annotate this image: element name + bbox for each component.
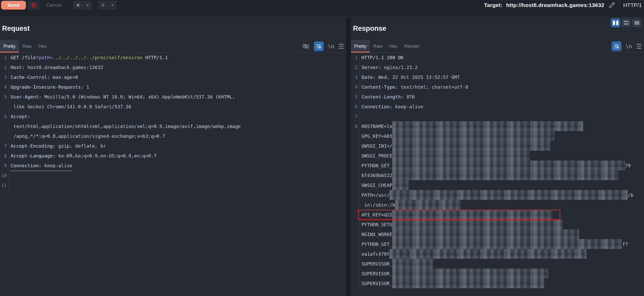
line-number bbox=[351, 180, 360, 190]
line-number: 1 bbox=[0, 53, 9, 63]
request-editor[interactable]: 1GET /file?path=../../../../../proc/self… bbox=[0, 53, 346, 296]
code-line: ea1afc470f bbox=[351, 249, 644, 259]
editor-menu-icon[interactable]: ☰ bbox=[338, 43, 344, 50]
redacted-blur bbox=[392, 239, 622, 249]
line-number: 2 bbox=[351, 63, 360, 72]
code-line: API_KEY=d22 bbox=[351, 210, 644, 220]
code-line: 5User-Agent: Mozilla/5.0 (Windows NT 10.… bbox=[0, 92, 346, 102]
tab-raw[interactable]: Raw bbox=[370, 40, 386, 52]
forward-arrow-button[interactable]: > bbox=[98, 2, 108, 9]
line-number bbox=[351, 171, 360, 180]
line-number: 1 bbox=[351, 53, 360, 63]
redacted-blur bbox=[392, 161, 625, 170]
forward-dropdown-icon[interactable]: ▼ bbox=[108, 4, 117, 7]
code-line: 4Upgrade-Insecure-Requests: 1 bbox=[0, 82, 346, 92]
tab-hex[interactable]: Hex bbox=[35, 40, 50, 52]
response-tabs: PrettyRawHexRender bbox=[351, 40, 423, 52]
layout-toggle-group bbox=[611, 18, 641, 27]
panel-splitter[interactable] bbox=[346, 17, 351, 296]
request-tab-bar: PrettyRawHex bbox=[0, 40, 346, 53]
response-tab-bar: PrettyRawHexRender \n ☰ bbox=[351, 40, 644, 53]
layout-rows-button[interactable] bbox=[621, 18, 631, 27]
tab-raw[interactable]: Raw bbox=[19, 40, 35, 52]
code-line: 5Content-Length: 876 bbox=[351, 92, 644, 102]
line-number: 7 bbox=[351, 112, 360, 122]
word-wrap-toggle-icon[interactable] bbox=[314, 41, 324, 51]
line-number bbox=[0, 122, 9, 131]
editor-menu-icon[interactable]: ☰ bbox=[636, 43, 642, 50]
gear-icon[interactable]: ⚙ bbox=[28, 1, 39, 10]
code-line: 9Connection: keep-alive bbox=[0, 161, 346, 171]
redacted-blur bbox=[392, 219, 563, 229]
redacted-blur bbox=[392, 278, 544, 288]
tab-pretty[interactable]: Pretty bbox=[0, 40, 19, 52]
redacted-blur bbox=[392, 259, 433, 269]
response-editor-icons: \n ☰ bbox=[612, 40, 642, 52]
http-protocol-label[interactable]: HTTP/1 bbox=[623, 2, 642, 8]
code-line: UWSGI_INI=/ bbox=[351, 141, 644, 151]
code-line: 6f4369b6522 bbox=[351, 171, 644, 180]
show-newlines-icon[interactable]: \n bbox=[626, 43, 632, 49]
redacted-blur bbox=[392, 121, 583, 131]
pause-bar-icon bbox=[616, 21, 618, 25]
hide-nonprintable-eye-slash-icon[interactable] bbox=[302, 42, 310, 50]
workspace: Request PrettyRawHex bbox=[0, 17, 644, 296]
history-forward-group: > ▼ bbox=[98, 1, 117, 10]
line-number bbox=[351, 190, 360, 200]
line-number: 8 bbox=[351, 122, 360, 131]
code-line: 6Connection: keep-alive bbox=[351, 102, 644, 112]
line-number: 7 bbox=[0, 141, 9, 151]
code-line: PYTHON_SETU bbox=[351, 220, 644, 230]
word-wrap-toggle-icon[interactable] bbox=[612, 41, 621, 51]
code-line: PATH=/usr//b bbox=[351, 190, 644, 200]
redacted-blur bbox=[392, 180, 409, 190]
redacted-blur bbox=[389, 190, 628, 200]
layout-single-button[interactable] bbox=[632, 18, 641, 27]
line-number bbox=[351, 141, 360, 151]
code-line: SUPERVISOR_ bbox=[351, 259, 644, 269]
send-button[interactable]: Send bbox=[1, 1, 26, 10]
tab-pretty[interactable]: Pretty bbox=[351, 40, 370, 52]
code-line: 7 bbox=[351, 112, 644, 122]
code-line: UWSGI_PROCE bbox=[351, 151, 644, 161]
api-key-highlight-box bbox=[358, 210, 560, 220]
line-number bbox=[351, 131, 360, 141]
code-line: 2Host: host8.dreamhack.games:13632 bbox=[0, 63, 346, 72]
back-arrow-button[interactable]: < bbox=[73, 2, 83, 9]
line-number bbox=[351, 269, 360, 279]
cancel-button[interactable]: Cancel bbox=[45, 0, 63, 10]
pause-bar-icon bbox=[613, 21, 615, 25]
split-rows-icon bbox=[624, 21, 629, 25]
line-number bbox=[351, 230, 360, 239]
history-back-group: < ▼ bbox=[73, 1, 92, 10]
code-line: PYTHON_GET_79 bbox=[351, 161, 644, 171]
request-editor-icons: \n ☰ bbox=[302, 40, 344, 52]
code-line: 3Date: Wed, 22 Oct 2025 13:52:57 GMT bbox=[351, 72, 644, 82]
redacted-blur bbox=[392, 229, 579, 239]
layout-columns-button[interactable] bbox=[611, 18, 620, 27]
code-line: like Gecko) Chrome/141.0.0.0 Safari/537.… bbox=[0, 102, 346, 112]
line-number: 3 bbox=[351, 72, 360, 82]
response-editor[interactable]: 1HTTP/1.1 200 OK2Server: nginx/1.23.23Da… bbox=[351, 53, 644, 296]
tab-render[interactable]: Render bbox=[401, 40, 423, 52]
target-bar: Target: http://host8.dreamhack.games:136… bbox=[484, 0, 642, 10]
line-number: 3 bbox=[0, 72, 9, 82]
line-number bbox=[351, 279, 360, 289]
redacted-blur bbox=[392, 170, 618, 180]
code-line: GPG_KEY=A03 bbox=[351, 131, 644, 141]
code-line: 8Accept-Language: ko-KR,ko;q=0.9,en-US;q… bbox=[0, 151, 346, 161]
request-panel: Request PrettyRawHex bbox=[0, 17, 346, 296]
code-line: 8HOSTNAME=lo bbox=[351, 122, 644, 131]
show-newlines-icon[interactable]: \n bbox=[328, 43, 334, 49]
line-number: 4 bbox=[0, 82, 9, 92]
line-number bbox=[0, 131, 9, 141]
line-number: 5 bbox=[351, 92, 360, 102]
edit-target-pencil-icon[interactable] bbox=[608, 1, 616, 9]
line-number: 10 bbox=[0, 171, 9, 180]
line-number: 6 bbox=[0, 112, 9, 122]
tab-hex[interactable]: Hex bbox=[386, 40, 401, 52]
code-line: 11 bbox=[0, 180, 346, 190]
back-dropdown-icon[interactable]: ▼ bbox=[83, 4, 92, 7]
line-number: 2 bbox=[0, 63, 9, 72]
line-number: 11 bbox=[0, 180, 9, 190]
